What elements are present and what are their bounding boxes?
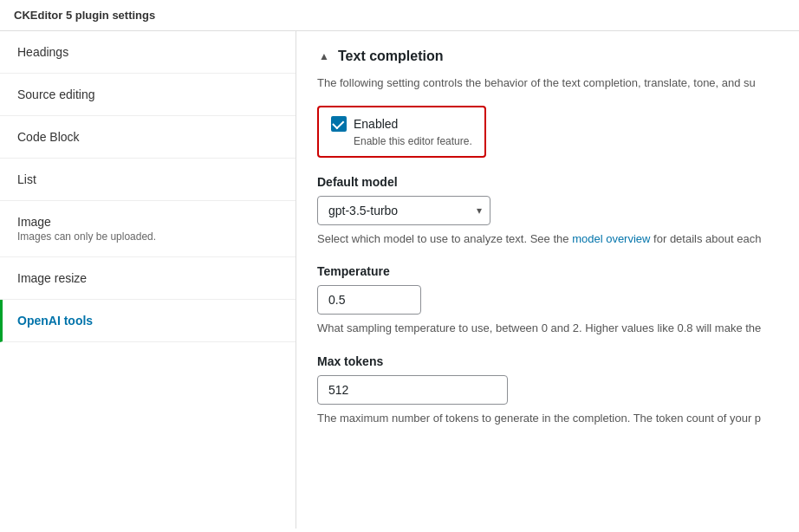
sidebar: Headings Source editing Code Block List … — [0, 31, 296, 529]
sidebar-item-openai-tools[interactable]: OpenAI tools — [0, 300, 296, 342]
default-model-hint: Select which model to use to analyze tex… — [317, 230, 778, 248]
enabled-hint: Enable this editor feature. — [331, 135, 472, 147]
sidebar-item-headings[interactable]: Headings — [0, 31, 296, 74]
temperature-hint: What sampling temperature to use, betwee… — [317, 320, 778, 337]
enabled-label: Enabled — [354, 117, 398, 131]
sidebar-item-image-resize[interactable]: Image resize — [0, 257, 296, 300]
sidebar-item-code-block-label: Code Block — [17, 130, 80, 144]
sidebar-item-list[interactable]: List — [0, 159, 296, 201]
max-tokens-label: Max tokens — [317, 354, 778, 368]
temperature-group: Temperature What sampling temperature to… — [317, 264, 778, 337]
sidebar-item-source-editing-label: Source editing — [17, 88, 95, 101]
max-tokens-input[interactable] — [317, 375, 508, 405]
default-model-select[interactable]: gpt-3.5-turbo — [317, 196, 490, 225]
sidebar-item-openai-tools-label: OpenAI tools — [17, 314, 93, 328]
sidebar-item-code-block[interactable]: Code Block — [0, 116, 296, 159]
sidebar-item-image-resize-label: Image resize — [17, 271, 87, 285]
sidebar-item-headings-label: Headings — [17, 45, 68, 59]
sidebar-item-source-editing[interactable]: Source editing — [0, 74, 296, 116]
max-tokens-hint: The maximum number of tokens to generate… — [317, 410, 778, 427]
sidebar-item-image-label: Image Images can only be uploaded. — [17, 215, 156, 243]
sidebar-item-image-sub: Images can only be uploaded. — [17, 230, 156, 243]
enabled-checkbox[interactable] — [331, 116, 347, 132]
default-model-group: Default model gpt-3.5-turbo ▾ Select whi… — [317, 175, 778, 248]
temperature-label: Temperature — [317, 264, 778, 278]
collapse-icon[interactable]: ▲ — [317, 49, 331, 63]
enabled-box: Enabled Enable this editor feature. — [317, 106, 486, 158]
max-tokens-group: Max tokens The maximum number of tokens … — [317, 354, 778, 427]
section-description: The following setting controls the behav… — [317, 75, 778, 92]
temperature-input[interactable] — [317, 285, 421, 315]
sidebar-item-image[interactable]: Image Images can only be uploaded. — [0, 201, 296, 257]
main-content: ▲ Text completion The following setting … — [296, 31, 799, 529]
section-title: ▲ Text completion — [317, 49, 778, 64]
default-model-select-wrapper: gpt-3.5-turbo ▾ — [317, 196, 490, 225]
sidebar-item-list-label: List — [17, 172, 36, 186]
model-overview-link[interactable]: model overview — [572, 232, 650, 245]
default-model-label: Default model — [317, 175, 778, 189]
page-title: CKEditor 5 plugin settings — [0, 0, 799, 31]
